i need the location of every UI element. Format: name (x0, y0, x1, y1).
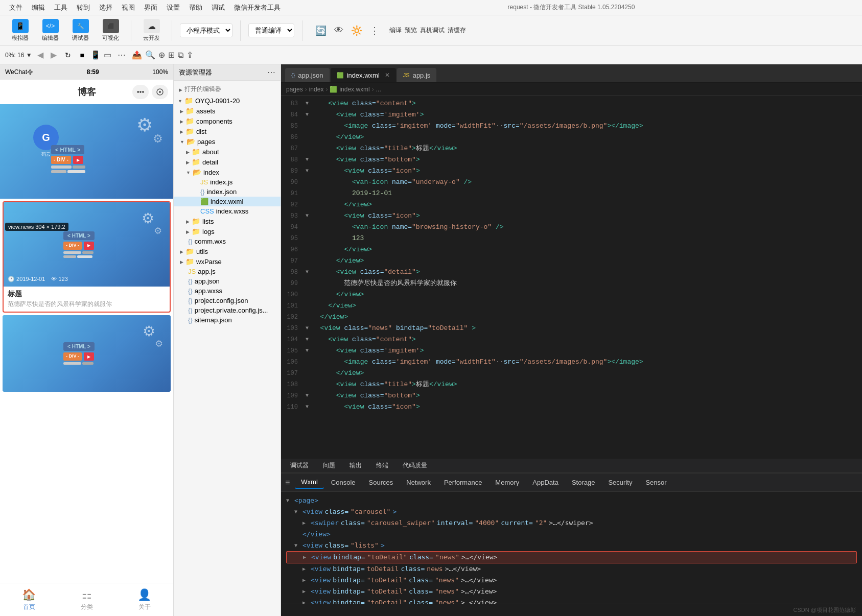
simulator-btn[interactable]: 📱 模拟器 (8, 17, 33, 44)
folder-wxparse[interactable]: 📁 wxParse (174, 256, 281, 267)
subtab-issues[interactable]: 问题 (319, 460, 339, 471)
preview-action[interactable]: 👁 (334, 25, 343, 36)
cloud-btn[interactable]: ☁ 云开发 (139, 17, 164, 44)
folder-components[interactable]: 📁 components (174, 116, 281, 126)
subtab-terminal[interactable]: 终端 (372, 460, 392, 471)
file-index-json[interactable]: {} index.json (174, 187, 281, 197)
expand-103[interactable]: ▼ (304, 323, 310, 334)
file-comm-wxs[interactable]: {} comm.wxs (174, 236, 281, 246)
nav-home[interactable]: 🏠 首页 (0, 583, 58, 616)
more-devices-btn[interactable]: ⋯ (114, 49, 129, 61)
folder-pages[interactable]: 📂 pages (174, 136, 281, 147)
selected-news-card[interactable]: ⚙ ⚙ < HTML > - DIV - ▶ (3, 201, 171, 313)
file-app-json[interactable]: {} app.json (174, 276, 281, 286)
refresh-btn[interactable]: ↻ (62, 50, 74, 60)
expand-104[interactable]: ▼ (304, 334, 310, 345)
stop-btn[interactable]: ■ (77, 50, 87, 60)
devtools-content[interactable]: ▼ <page> ▼ <view class= "carousel" > ▶ <… (281, 492, 862, 604)
compile-select[interactable]: 普通编译 (248, 23, 294, 37)
folder-about[interactable]: 📁 about (174, 147, 281, 157)
tab-app-json[interactable]: {} app.json (285, 68, 330, 82)
editor-btn[interactable]: </> 编辑器 (38, 17, 63, 44)
subtab-quality[interactable]: 代码质量 (399, 460, 431, 471)
menu-goto[interactable]: 转到 (73, 2, 94, 13)
folder-dist[interactable]: 📁 dist (174, 126, 281, 136)
code-editor[interactable]: 83 ▼ <view class="content"> 84 ▼ <view c… (281, 96, 862, 459)
normal-news-card[interactable]: ⚙ ⚙ < HTML > - DIV - ▶ (3, 315, 171, 392)
phone-menu-btn[interactable]: ••• (132, 85, 149, 99)
devtools-tab-console[interactable]: Console (325, 477, 362, 488)
wxml-tab-close[interactable]: ✕ (385, 72, 390, 79)
expand-88[interactable]: ▼ (304, 154, 310, 165)
folder-lists[interactable]: 📁 lists (174, 216, 281, 226)
file-index-wxml[interactable]: 🟩 index.wxml (174, 197, 281, 206)
folder-index[interactable]: 📂 index (174, 167, 281, 177)
file-panel-menu[interactable]: ⋯ (267, 67, 275, 77)
file-index-js[interactable]: JS index.js (174, 177, 281, 187)
element-picker-btn[interactable]: ⊕ (158, 50, 165, 60)
debugger-btn[interactable]: 🔧 调试器 (68, 17, 93, 44)
compile-btn-label[interactable]: 编译 (389, 26, 402, 35)
real-debug-btn-label[interactable]: 真机调试 (420, 26, 445, 35)
file-index-wxss[interactable]: CSS index.wxss (174, 206, 281, 216)
zoom-selector[interactable]: 0%: 16 ▼ (5, 52, 32, 59)
devtools-tab-wxml[interactable]: Wxml (295, 476, 324, 489)
menu-debug[interactable]: 调试 (207, 2, 229, 13)
expand-109[interactable]: ▼ (304, 390, 310, 401)
menu-view[interactable]: 视图 (118, 2, 139, 13)
share-btn[interactable]: ⇪ (187, 50, 193, 60)
expand-110[interactable]: ▼ (304, 401, 310, 413)
devtools-tab-sources[interactable]: Sources (363, 477, 400, 488)
menu-edit[interactable]: 编辑 (28, 2, 49, 13)
project-root[interactable]: 📁 OYQJ-0901-20 (174, 96, 281, 106)
menu-file[interactable]: 文件 (5, 2, 27, 13)
devtools-tab-security[interactable]: Security (602, 477, 638, 488)
subtab-debugger[interactable]: 调试器 (286, 460, 313, 471)
clear-cache-btn-label[interactable]: 清缓存 (448, 26, 466, 35)
open-editors-section[interactable]: 打开的编辑器 (174, 83, 281, 96)
device-tablet-btn[interactable]: ▭ (104, 50, 111, 60)
nav-about[interactable]: 👤 关于 (115, 583, 173, 616)
devtools-menu-icon[interactable]: ≡ (285, 478, 290, 487)
visualize-btn[interactable]: ⬛ 可视化 (98, 17, 123, 44)
subtab-output[interactable]: 输出 (345, 460, 366, 471)
device-phone-btn[interactable]: 📱 (90, 50, 101, 60)
menu-settings[interactable]: 设置 (162, 2, 184, 13)
mode-select[interactable]: 小程序模式 (180, 23, 232, 37)
grid-btn[interactable]: ⊞ (168, 50, 175, 60)
expand-84[interactable]: ▼ (304, 109, 310, 121)
file-project-private[interactable]: {} project.private.config.js... (174, 305, 281, 315)
dt-news-selected[interactable]: ▶ <view bindtap= "toDetail" class= "news… (286, 551, 857, 563)
phone-scan-btn[interactable] (152, 85, 168, 99)
back-btn[interactable]: ◀ (35, 49, 45, 61)
folder-logs[interactable]: 📁 logs (174, 226, 281, 236)
expand-98[interactable]: ▼ (304, 267, 310, 278)
refresh-action[interactable]: 🔄 (315, 25, 327, 36)
more-action[interactable]: ⋮ (370, 25, 379, 36)
menu-interface[interactable]: 界面 (140, 2, 161, 13)
search-btn2[interactable]: 🔍 (145, 50, 155, 60)
folder-detail[interactable]: 📁 detail (174, 157, 281, 167)
menu-tools[interactable]: 工具 (50, 2, 72, 13)
menu-select[interactable]: 选择 (95, 2, 117, 13)
menu-wechat[interactable]: 微信开发者工具 (230, 2, 285, 13)
expand-93[interactable]: ▼ (304, 210, 310, 222)
expand-83[interactable]: ▼ (304, 98, 310, 109)
expand-89[interactable]: ▼ (304, 165, 310, 177)
upload-btn[interactable]: 📤 (132, 50, 142, 60)
devtools-tab-appdata[interactable]: AppData (526, 477, 565, 488)
tab-index-wxml[interactable]: 🟩 index.wxml ✕ (331, 68, 396, 82)
file-sitemap[interactable]: {} sitemap.json (174, 315, 281, 325)
folder-assets[interactable]: 📁 assets (174, 106, 281, 116)
file-project-config[interactable]: {} project.config.json (174, 296, 281, 305)
file-app-js[interactable]: JS app.js (174, 267, 281, 276)
preview-btn-label[interactable]: 预览 (405, 26, 417, 35)
expand-105[interactable]: ▼ (304, 345, 310, 357)
devtools-tab-network[interactable]: Network (400, 477, 437, 488)
menu-help[interactable]: 帮助 (185, 2, 206, 13)
devtools-tab-performance[interactable]: Performance (438, 477, 488, 488)
devtools-tab-sensor[interactable]: Sensor (639, 477, 672, 488)
devtools-tab-storage[interactable]: Storage (566, 477, 601, 488)
nav-category[interactable]: ⚏ 分类 (58, 583, 115, 616)
tab-app-js[interactable]: JS app.js (397, 68, 437, 82)
